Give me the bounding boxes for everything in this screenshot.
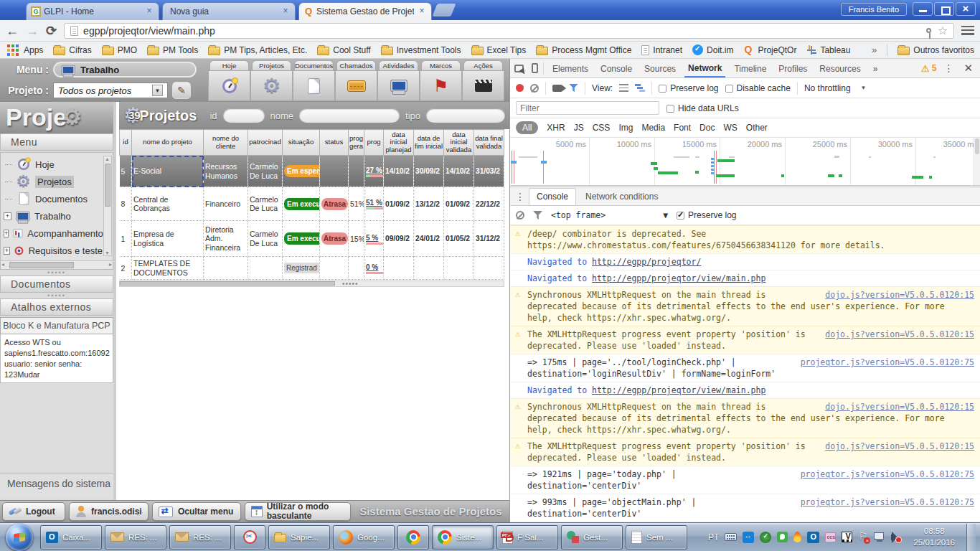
column-header-nome-do-projeto[interactable]: nome do projeto <box>132 130 204 156</box>
tv-tray-icon[interactable] <box>743 532 754 543</box>
menu-context-field[interactable]: Trabalho <box>53 62 197 77</box>
vnc-tray-icon[interactable] <box>842 532 852 542</box>
taskbar-button-snip[interactable] <box>234 525 265 550</box>
scroll-thumb[interactable] <box>105 164 110 207</box>
doit-tray-icon[interactable] <box>777 532 788 542</box>
console-clear-icon[interactable] <box>516 211 524 220</box>
filter-icon[interactable] <box>569 84 578 93</box>
warning-count-badge[interactable]: ⚠5 <box>921 63 936 74</box>
splitter-dots[interactable]: ••••• <box>0 293 113 298</box>
toolbar-tab-projetos[interactable]: Projetos <box>250 60 293 101</box>
tipo-filter-input[interactable] <box>426 108 505 123</box>
project-select[interactable]: Todos os projetos ▼ <box>53 83 168 98</box>
key-icon[interactable] <box>926 28 931 33</box>
chrome-menu-icon[interactable] <box>961 26 974 35</box>
chrome-profile-button[interactable]: Francis Benito <box>841 3 907 16</box>
toolbar-tab-atividades[interactable]: Atividades <box>377 60 420 101</box>
waterfall-view-icon[interactable] <box>635 84 645 92</box>
cell-nome[interactable]: Central de Cobranças <box>132 187 204 221</box>
upd-tray-icon[interactable] <box>760 532 771 543</box>
sidebar-vscrollbar[interactable] <box>103 156 112 256</box>
pink-tray-icon[interactable] <box>825 532 836 542</box>
devtools-tab-resources[interactable]: Resources <box>816 60 864 77</box>
language-indicator[interactable]: PT <box>708 532 719 542</box>
filter-pill-xhr[interactable]: XHR <box>547 123 565 133</box>
forward-icon[interactable]: → <box>26 24 39 37</box>
checkbox-icon[interactable] <box>659 85 666 93</box>
list-view-icon[interactable] <box>619 84 628 92</box>
frame-select[interactable]: <top frame>▼ <box>551 210 668 220</box>
taskbar-button-res[interactable]: RES: ... <box>105 525 166 550</box>
message-source-link[interactable]: projeqtor.js?version=V5.0.5.0120:75 <box>801 357 974 368</box>
network-filter-input[interactable] <box>516 101 659 115</box>
flame-tray-icon[interactable] <box>793 532 801 542</box>
filter-pill-js[interactable]: JS <box>574 123 584 133</box>
column-header-status[interactable]: status <box>320 130 349 156</box>
record-icon[interactable] <box>516 84 524 92</box>
clear-icon[interactable] <box>530 84 539 93</box>
filter-pill-ws[interactable]: WS <box>723 123 737 133</box>
message-source-link[interactable]: dojo.js?version=V5.0.5.0120:15 <box>825 441 974 452</box>
taskbar-button-chrome[interactable] <box>397 525 429 550</box>
taskbar-button-f-sal[interactable]: F Sal... <box>496 525 558 550</box>
column-header-prog-gera[interactable]: prog gera <box>349 130 364 156</box>
window-minimize-button[interactable] <box>913 2 933 16</box>
column-header-prog[interactable]: prog <box>364 130 384 156</box>
column-header-id[interactable]: id <box>120 130 132 156</box>
column-header-situacao[interactable]: situação <box>283 130 320 156</box>
sidebar-mensagens-header[interactable]: Mensagens do sistema <box>0 473 113 499</box>
device-mode-icon[interactable] <box>532 63 538 73</box>
toolbar-tab-acoes[interactable]: Ações <box>462 60 504 101</box>
column-header-data-inicial-planejad[interactable]: data inicial planejad <box>384 130 414 156</box>
sidebar-item-hoje[interactable]: Hoje <box>4 156 103 173</box>
navigated-link[interactable]: http://egpp/projeqtor/view/main.php <box>592 385 765 395</box>
checkbox-checked-icon[interactable] <box>677 212 684 220</box>
filter-pill-doc[interactable]: Doc <box>699 123 715 133</box>
throttling-select[interactable]: No throttling▼ <box>804 83 867 93</box>
table-row[interactable]: 8Central de CobrançasFinanceiroCarmelo D… <box>120 187 504 221</box>
filter-pill-img[interactable]: Img <box>618 123 633 133</box>
toolbar-tab-documentos[interactable]: Documentos <box>293 60 335 101</box>
url-text[interactable]: egpp/projeqtor/view/main.php <box>83 25 921 37</box>
table-row[interactable]: 5E-SocialRecursos HumanosCarmelo De Luca… <box>120 156 504 187</box>
taskbar-button-gest[interactable]: Gest... <box>561 525 623 550</box>
sidebar-atalhos-header[interactable]: Atalhos externos <box>0 298 113 316</box>
current-user-button[interactable]: francis.odisi <box>69 502 149 521</box>
devtools-tab-console[interactable]: Console <box>597 60 636 77</box>
net-tray-icon[interactable] <box>874 532 884 540</box>
show-desktop-button[interactable] <box>966 524 976 551</box>
taskbar-button-sapie[interactable]: Sapie... <box>268 525 330 550</box>
bookmark-process-mgmt-office[interactable]: Process Mgmt Office <box>536 45 631 55</box>
taskbar-clock[interactable]: 08:58 25/01/2016 <box>908 526 961 548</box>
bookmark-outros-favoritos[interactable]: Outros favoritos <box>897 45 974 55</box>
taskbar-button-sem[interactable]: Sem ... <box>626 525 687 550</box>
devtools-tab-timeline[interactable]: Timeline <box>730 60 770 77</box>
devtools-tab-network[interactable]: Network <box>684 59 725 77</box>
toolbar-tab-hoje[interactable]: Hoje <box>208 60 250 101</box>
sidebar-item-trabalho[interactable]: +Trabalho <box>4 207 103 225</box>
kbd-tray-icon[interactable] <box>725 533 737 541</box>
bookmark-excel-tips[interactable]: Excel Tips <box>471 45 527 55</box>
message-source-link[interactable]: dojo.js?version=V5.0.5.0120:15 <box>825 401 974 413</box>
toolbar-tab-chamados[interactable]: Chamados <box>335 60 377 101</box>
timeline-scrollbar[interactable] <box>974 138 980 185</box>
taskbar-button-siste[interactable]: Siste... <box>432 525 494 550</box>
sidebar-menu-header[interactable]: Menu <box>0 133 113 151</box>
bookmark-star-icon[interactable]: ☆ <box>938 25 948 37</box>
console-drawer-tab-network-conditions[interactable]: Network conditions <box>578 188 666 205</box>
sidebar-item-projetos[interactable]: Projetos <box>4 173 103 190</box>
inspect-element-icon[interactable] <box>514 65 524 72</box>
sidebar-hscrollbar[interactable] <box>1 260 113 269</box>
bookmark-doit-im[interactable]: Doit.im <box>692 44 733 55</box>
navigated-link[interactable]: http://egpp/projeqtor/view/main.php <box>592 273 765 283</box>
message-source-link[interactable]: dojo.js?version=V5.0.5.0120:15 <box>825 329 974 340</box>
nome-filter-input[interactable] <box>299 108 400 123</box>
message-source-link[interactable]: projeqtor.js?version=V5.0.5.0120:75 <box>801 468 974 480</box>
navigated-link[interactable]: http://egpp/projeqtor/ <box>592 257 701 267</box>
table-row[interactable]: 2TEMPLATES DE DOCUMENTOSRegistrad0 % <box>120 257 504 280</box>
bookmark-item[interactable]: » <box>872 44 877 55</box>
taskbar-button-goog[interactable]: Goog... <box>333 525 395 550</box>
preserve-log-checkbox[interactable]: Preserve log <box>659 83 718 93</box>
bookmark-apps[interactable]: Apps <box>6 44 43 56</box>
tab-close-icon[interactable] <box>144 6 154 17</box>
